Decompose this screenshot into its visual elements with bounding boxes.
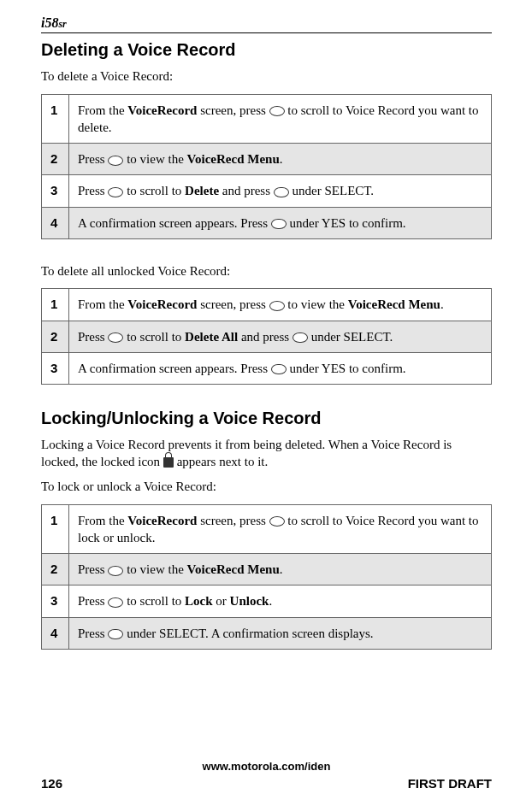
menu-key-icon xyxy=(108,156,123,166)
delete-all-intro: To delete all unlocked Voice Record: xyxy=(41,263,492,280)
scroll-key-icon xyxy=(108,187,123,197)
bold-term: Unlock xyxy=(230,594,269,608)
step-number: 2 xyxy=(42,321,69,352)
bold-term: VoiceRecd Menu xyxy=(187,152,280,166)
delete-steps-table: 1From the VoiceRecord screen, press to s… xyxy=(41,94,492,239)
step-text: Press under SELECT. A confirmation scree… xyxy=(69,617,492,649)
lock-heading: Locking/Unlocking a Voice Record xyxy=(41,409,492,428)
step-row: 1From the VoiceRecord screen, press to s… xyxy=(42,94,492,144)
step-text: Press to scroll to Delete All and press … xyxy=(69,321,492,352)
step-row: 2Press to view the VoiceRecd Menu. xyxy=(42,554,492,585)
btn-key-icon xyxy=(271,364,287,374)
step-number: 4 xyxy=(42,617,69,649)
bold-term: VoiceRecord xyxy=(127,297,197,311)
step-text: A confirmation screen appears. Press und… xyxy=(69,207,492,238)
menu-key-icon xyxy=(269,301,285,311)
menu-key-icon xyxy=(108,566,123,576)
step-row: 1From the VoiceRecord screen, press to v… xyxy=(42,289,492,321)
bold-term: VoiceRecord xyxy=(127,103,197,117)
step-text: Press to view the VoiceRecd Menu. xyxy=(69,554,492,585)
step-row: 4A confirmation screen appears. Press un… xyxy=(42,207,492,238)
btn-key-icon xyxy=(271,219,287,229)
btn-key-icon xyxy=(293,332,308,343)
scroll-key-icon xyxy=(108,597,123,608)
step-row: 3A confirmation screen appears. Press un… xyxy=(42,352,492,384)
bold-term: Delete xyxy=(185,184,219,197)
page-number: 126 xyxy=(41,776,62,791)
step-number: 3 xyxy=(42,352,69,384)
footer-url: www.motorola.com/iden xyxy=(41,760,492,773)
page-footer: www.motorola.com/iden 126 FIRST DRAFT xyxy=(41,760,492,791)
step-number: 2 xyxy=(42,554,69,585)
header-divider xyxy=(41,32,492,33)
scroll-key-icon xyxy=(108,332,123,343)
step-number: 3 xyxy=(42,175,69,207)
step-row: 3Press to scroll to Lock or Unlock. xyxy=(42,585,492,617)
delete-heading: Deleting a Voice Record xyxy=(41,40,492,60)
step-number: 4 xyxy=(42,207,69,238)
lock-text-after: appears next to it. xyxy=(174,455,268,468)
step-row: 1From the VoiceRecord screen, press to s… xyxy=(42,504,492,554)
step-text: Press to view the VoiceRecd Menu. xyxy=(69,144,492,175)
step-number: 1 xyxy=(42,289,69,321)
scroll-key-icon xyxy=(269,516,285,527)
step-row: 3Press to scroll to Delete and press und… xyxy=(42,175,492,207)
step-row: 2Press to view the VoiceRecd Menu. xyxy=(42,144,492,175)
btn-key-icon xyxy=(274,187,289,197)
lock-intro: To lock or unlock a Voice Record: xyxy=(41,479,492,496)
bold-term: VoiceRecd Menu xyxy=(348,297,440,311)
step-text: From the VoiceRecord screen, press to sc… xyxy=(69,94,492,144)
bold-term: Delete All xyxy=(185,330,238,344)
step-row: 4Press under SELECT. A confirmation scre… xyxy=(42,617,492,649)
delete-all-steps-table: 1From the VoiceRecord screen, press to v… xyxy=(41,288,492,385)
step-number: 1 xyxy=(42,504,69,554)
lock-steps-table: 1From the VoiceRecord screen, press to s… xyxy=(41,504,492,650)
btn-key-icon xyxy=(108,629,123,639)
step-text: From the VoiceRecord screen, press to sc… xyxy=(69,504,492,554)
bold-term: VoiceRecd Menu xyxy=(187,562,280,576)
step-text: Press to scroll to Delete and press unde… xyxy=(69,175,492,207)
bold-term: Lock xyxy=(185,594,213,608)
step-number: 3 xyxy=(42,585,69,617)
device-logo: i58sr xyxy=(41,15,492,31)
step-text: A confirmation screen appears. Press und… xyxy=(69,352,492,384)
step-number: 2 xyxy=(42,144,69,175)
step-number: 1 xyxy=(42,94,69,144)
lock-icon xyxy=(163,457,174,468)
lock-description: Locking a Voice Record prevents it from … xyxy=(41,437,492,470)
scroll-key-icon xyxy=(269,106,285,116)
bold-term: VoiceRecord xyxy=(127,514,197,527)
step-text: Press to scroll to Lock or Unlock. xyxy=(69,585,492,617)
logo-suffix: sr xyxy=(58,18,66,30)
logo-model: i58 xyxy=(41,15,58,30)
delete-intro: To delete a Voice Record: xyxy=(41,68,492,85)
step-row: 2Press to scroll to Delete All and press… xyxy=(42,321,492,352)
step-text: From the VoiceRecord screen, press to vi… xyxy=(69,289,492,321)
draft-status: FIRST DRAFT xyxy=(408,776,492,791)
